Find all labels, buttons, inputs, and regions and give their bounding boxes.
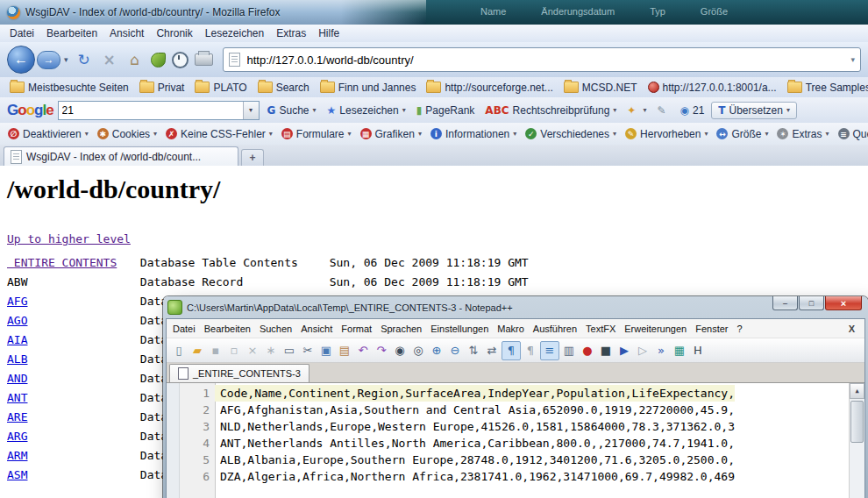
close-doc-icon[interactable]: × xyxy=(244,342,261,359)
bookmark-item[interactable]: Tree Samples xyxy=(783,80,868,96)
directory-entry-link[interactable]: AGO xyxy=(7,311,133,331)
url-dropdown-icon[interactable]: ▾ xyxy=(850,55,855,64)
show-all-characters-icon[interactable]: ¶ xyxy=(522,342,539,359)
up-to-higher-level-link[interactable]: Up to higher level xyxy=(7,232,131,245)
bookmark-item[interactable]: PLATO xyxy=(190,80,251,96)
print-icon[interactable]: ▭ xyxy=(281,342,298,359)
menu-item[interactable]: Lesezeichen xyxy=(199,25,270,41)
webdev-toolbar-item[interactable]: ↔ Größe ▾ xyxy=(713,126,772,142)
webdev-toolbar-item[interactable]: ▦ Grafiken ▾ xyxy=(357,126,425,142)
bookmark-item[interactable]: Search xyxy=(253,80,314,96)
vertical-scrollbar[interactable]: ▲ xyxy=(849,383,864,498)
sync-vertical-icon[interactable]: ⇅ xyxy=(465,342,482,359)
editor-area[interactable]: 1 Code,Name,Continent,Region,SurfaceArea… xyxy=(167,383,864,498)
menu-item[interactable]: Extras xyxy=(270,25,312,41)
google-toolbar-item[interactable]: ◉ 21 ▾ xyxy=(676,103,708,118)
webdev-toolbar-item[interactable]: ✎ Hervorheben ▾ xyxy=(622,126,711,142)
indent-guide-icon[interactable]: ≡ xyxy=(540,341,559,360)
zoom-out-icon[interactable]: ⊖ xyxy=(446,342,464,359)
function-list-icon[interactable]: ▥ xyxy=(560,342,578,359)
directory-entry-link[interactable]: ANT xyxy=(7,388,133,408)
google-search-input[interactable] xyxy=(59,104,243,117)
cut-icon[interactable]: ✂ xyxy=(299,342,317,359)
close-all-icon[interactable]: ∗ xyxy=(262,342,280,359)
google-toolbar-item[interactable]: ✦ ▾ xyxy=(623,103,650,118)
menu-item[interactable]: ? xyxy=(732,323,746,335)
menu-item[interactable]: Ansicht xyxy=(296,323,337,335)
bookmark-item[interactable]: http://sourceforge.net... xyxy=(422,80,557,96)
history-clock-icon[interactable] xyxy=(172,52,189,68)
back-button[interactable]: ← xyxy=(7,46,35,74)
document-tab[interactable]: _ENTIRE_CONTENTS-3 xyxy=(169,364,309,382)
google-toolbar-item[interactable]: ABC Rechtschreibprüfung ▾ xyxy=(481,103,620,118)
menu-item[interactable]: Datei xyxy=(4,25,40,41)
menu-item[interactable]: Hilfe xyxy=(312,25,345,41)
menu-item[interactable]: Datei xyxy=(168,323,200,335)
webdev-toolbar-item[interactable]: i Informationen ▾ xyxy=(427,126,520,142)
editor-lines[interactable]: 1 Code,Name,Continent,Region,SurfaceArea… xyxy=(180,383,849,498)
url-input[interactable] xyxy=(245,53,846,68)
url-bar[interactable]: ▾ xyxy=(223,47,861,72)
menu-item[interactable]: Suchen xyxy=(255,323,296,335)
bookmark-item[interactable]: MCSD.NET xyxy=(559,80,642,96)
reload-button[interactable]: ↻ xyxy=(75,51,94,68)
google-toolbar-item[interactable]: ▮ PageRank ▾ xyxy=(413,103,479,118)
new-tab-button[interactable]: + xyxy=(241,149,264,166)
print-icon[interactable] xyxy=(195,53,213,66)
forward-button[interactable]: → xyxy=(37,51,60,69)
notepad-titlebar[interactable]: C:\Users\Martin\AppData\Local\Temp\_ENTI… xyxy=(166,296,865,318)
google-toolbar-item[interactable]: ✎ ▾ xyxy=(653,103,672,118)
menu-item[interactable]: Format xyxy=(337,323,376,335)
docmap-icon[interactable]: ▦ xyxy=(671,342,688,359)
directory-entry-link[interactable]: ASM xyxy=(7,466,133,485)
directory-entry-link[interactable]: ARG xyxy=(7,427,133,446)
find-icon[interactable]: ◉ xyxy=(391,342,409,359)
google-search-box[interactable]: ▾ xyxy=(58,101,260,120)
minimize-button[interactable]: – xyxy=(772,296,798,310)
close-document-button[interactable]: X xyxy=(841,324,863,334)
directory-entry-link[interactable]: AFG xyxy=(7,292,133,311)
bookmark-item[interactable]: http://127.0.0.1:8001/a... xyxy=(644,80,781,96)
word-wrap-icon[interactable]: ¶ xyxy=(502,341,521,360)
webdev-toolbar-item[interactable]: ✶ Extras ▾ xyxy=(773,126,832,142)
feed-icon[interactable] xyxy=(151,53,166,68)
run-multiple-icon[interactable]: » xyxy=(652,342,670,359)
google-toolbar-item[interactable]: T Übersetzen ▾ xyxy=(711,102,797,119)
google-toolbar-item[interactable]: G Suche ▾ xyxy=(264,103,320,118)
webdev-toolbar-item[interactable]: ✱ Cookies ▾ xyxy=(94,126,160,142)
scroll-up-icon[interactable]: ▲ xyxy=(850,383,864,399)
webdev-toolbar-item[interactable]: ✓ Verschiedenes ▾ xyxy=(522,126,620,142)
bookmark-item[interactable]: Finn und Jannes xyxy=(316,80,421,96)
menu-item[interactable]: Chronik xyxy=(150,25,198,41)
directory-entry-link[interactable]: ARE xyxy=(7,408,133,427)
directory-entry-link[interactable]: AND xyxy=(7,369,133,388)
directory-entry-link[interactable]: AIA xyxy=(7,331,133,350)
copy-icon[interactable]: ▣ xyxy=(317,342,335,359)
undo-icon[interactable]: ↶ xyxy=(354,342,372,359)
save-icon[interactable]: ▪ xyxy=(207,342,224,359)
menu-item[interactable]: Fenster xyxy=(691,323,732,335)
zoom-in-icon[interactable]: ⊕ xyxy=(428,342,445,359)
redo-icon[interactable]: ↷ xyxy=(373,342,390,359)
menu-item[interactable]: Bearbeiten xyxy=(200,323,255,335)
bookmark-item[interactable]: Privat xyxy=(135,80,189,96)
directory-entry-link[interactable]: ABW xyxy=(7,273,133,292)
menu-item[interactable]: Ausführen xyxy=(529,323,581,335)
search-dropdown-icon[interactable]: ▾ xyxy=(243,102,259,119)
paste-icon[interactable]: ▤ xyxy=(336,342,353,359)
menu-item[interactable]: Einstellungen xyxy=(426,323,493,335)
menu-item[interactable]: Bearbeiten xyxy=(40,25,103,41)
open-folder-icon[interactable]: ▰ xyxy=(189,342,206,359)
menu-item[interactable]: Erweiterungen xyxy=(620,323,691,335)
directory-entry-link[interactable]: ARM xyxy=(7,446,133,466)
replace-icon[interactable]: ◎ xyxy=(409,342,427,359)
menu-item[interactable]: Ansicht xyxy=(103,25,150,41)
menu-item[interactable]: Sprachen xyxy=(376,323,426,335)
webdev-toolbar-item[interactable]: ∅ Deaktivieren ▾ xyxy=(4,126,92,142)
play-macro-icon[interactable]: ▶ xyxy=(615,342,633,359)
scrollbar-thumb[interactable] xyxy=(850,401,864,443)
new-file-icon[interactable]: ▯ xyxy=(170,342,188,359)
webdev-toolbar-item[interactable]: ≡ Quellte ▾ xyxy=(835,126,868,142)
bookmark-item[interactable]: Meistbesuchte Seiten xyxy=(5,80,133,96)
tab-wsgidav[interactable]: WsgiDAV - Index of /world-db/count... xyxy=(4,146,238,166)
